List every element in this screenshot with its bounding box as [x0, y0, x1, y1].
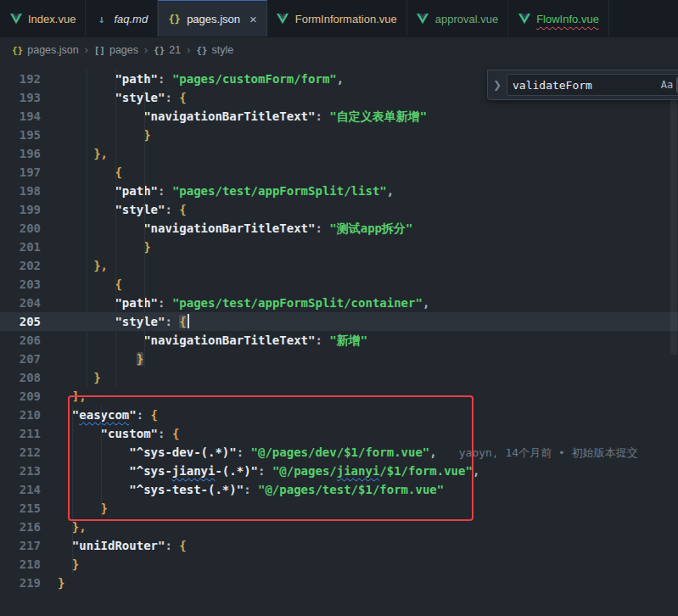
code-line-195[interactable]: 195 }	[0, 126, 678, 144]
symbol-icon: {}	[12, 45, 23, 56]
indent-guide	[72, 406, 73, 574]
tab-forminformation-vue[interactable]: FormInformation.vue	[267, 0, 407, 37]
breadcrumb-item-21[interactable]: {}21	[154, 44, 181, 56]
tab-approval-vue[interactable]: approval.vue	[407, 0, 508, 37]
find-input[interactable]	[511, 78, 658, 92]
tab-label: FlowInfo.vue	[536, 13, 599, 25]
line-content: "path": "pages/customForm/form",	[58, 70, 344, 88]
breadcrumb-label: pages.json	[27, 44, 78, 56]
code-line-196[interactable]: 196 },	[0, 144, 678, 163]
breadcrumb-separator: ›	[144, 44, 148, 56]
symbol-icon: []	[94, 45, 105, 56]
line-content: "navigationBarTitleText": "自定义表单新增"	[58, 107, 427, 126]
json-icon: {}	[168, 13, 181, 25]
tab-faq-md[interactable]: ↓faq.md	[86, 0, 158, 37]
code-line-201[interactable]: 201 }	[0, 238, 678, 256]
tab-pages-json[interactable]: {}pages.json×	[158, 0, 267, 37]
line-content: "^sys-jianyi-(.*)": "@/pages/jianyi/$1/f…	[58, 462, 479, 480]
tab-label: faq.md	[114, 13, 148, 25]
code-line-207[interactable]: 207 }	[0, 350, 678, 368]
line-number: 203	[0, 275, 41, 294]
line-number: 199	[0, 200, 41, 219]
indent-guide	[144, 88, 145, 368]
code-line-218[interactable]: 218 }	[0, 555, 678, 574]
editor-pane[interactable]: 192 "path": "pages/customForm/form",193 …	[0, 63, 678, 616]
line-number: 214	[0, 480, 41, 499]
line-number: 201	[0, 238, 41, 256]
code-line-197[interactable]: 197 {	[0, 163, 678, 182]
line-number: 207	[0, 350, 41, 368]
line-number: 210	[0, 406, 41, 424]
code-line-199[interactable]: 199 "style": {	[0, 200, 678, 219]
breadcrumb-label: pages	[109, 44, 138, 56]
line-number: 193	[0, 88, 41, 107]
line-content: }	[58, 238, 151, 256]
line-content: "custom": {	[58, 424, 179, 443]
code-line-200[interactable]: 200 "navigationBarTitleText": "测试app拆分"	[0, 219, 678, 238]
line-content: "^sys-test-(.*)": "@/pages/test/$1/form.…	[58, 480, 444, 499]
breadcrumb[interactable]: {}pages.json›[]pages›{}21›{}style	[0, 37, 678, 63]
line-number: 212	[0, 443, 41, 462]
line-number: 219	[0, 574, 41, 592]
breadcrumb-label: style	[211, 44, 233, 56]
tab-index-vue[interactable]: Index.vue	[0, 0, 86, 37]
line-number: 195	[0, 126, 41, 144]
toggle-replace-chevron-icon[interactable]: ❯	[493, 79, 501, 91]
line-content: }	[58, 368, 101, 387]
line-content: },	[58, 256, 108, 275]
line-number: 215	[0, 499, 41, 518]
line-number: 194	[0, 107, 41, 126]
line-content: "navigationBarTitleText": "测试app拆分"	[58, 219, 412, 238]
tab-label: FormInformation.vue	[295, 13, 397, 25]
line-content: "navigationBarTitleText": "新增"	[58, 331, 367, 350]
line-number: 205	[0, 312, 41, 331]
indent-guide	[101, 406, 102, 518]
breadcrumb-item-style[interactable]: {}style	[196, 44, 233, 56]
line-number: 208	[0, 368, 41, 387]
tab-label: approval.vue	[435, 13, 498, 25]
code-line-202[interactable]: 202 },	[0, 256, 678, 275]
line-number: 216	[0, 518, 41, 536]
line-content: "style": {	[58, 88, 187, 107]
scrollbar-thumb[interactable]	[670, 100, 677, 355]
line-number: 217	[0, 536, 41, 555]
line-content: ],	[58, 387, 87, 406]
vue-icon	[518, 13, 530, 25]
tab-flowinfo-vue[interactable]: FlowInfo.vue	[508, 0, 609, 37]
tab-label: pages.json	[187, 13, 240, 25]
code-line-203[interactable]: 203 {	[0, 275, 678, 294]
indent-guide	[87, 70, 87, 387]
code-line-216[interactable]: 216 },	[0, 518, 678, 536]
code-line-194[interactable]: 194 "navigationBarTitleText": "自定义表单新增"	[0, 107, 678, 126]
breadcrumb-item-pages-json[interactable]: {}pages.json	[12, 44, 79, 56]
line-number: 200	[0, 219, 41, 238]
line-content: "path": "pages/test/appFormSplit/list",	[58, 182, 394, 200]
scrollbar[interactable]	[670, 63, 678, 616]
line-number: 196	[0, 144, 41, 163]
code-line-205[interactable]: 205 "style": {	[0, 312, 678, 331]
line-content: "style": {	[58, 200, 187, 219]
code-line-209[interactable]: 209 ],	[0, 387, 678, 406]
line-content: {	[58, 275, 122, 294]
code-line-208[interactable]: 208 }	[0, 368, 678, 387]
line-number: 218	[0, 555, 41, 574]
breadcrumb-label: 21	[169, 44, 181, 56]
vue-icon	[417, 13, 429, 25]
line-content: }	[58, 574, 64, 592]
breadcrumb-item-pages[interactable]: []pages	[94, 44, 138, 56]
find-input-box: Aa ab .*	[507, 74, 678, 96]
line-content: }	[58, 126, 151, 144]
code-line-198[interactable]: 198 "path": "pages/test/appFormSplit/lis…	[0, 182, 678, 200]
line-number: 197	[0, 163, 41, 182]
find-widget: ❯ Aa ab .*	[487, 70, 678, 100]
vscode-window: Index.vue↓faq.md{}pages.json×FormInforma…	[0, 0, 678, 616]
code-line-219[interactable]: 219}	[0, 574, 678, 592]
line-number: 202	[0, 256, 41, 275]
breadcrumb-separator: ›	[85, 44, 88, 56]
code-line-206[interactable]: 206 "navigationBarTitleText": "新增"	[0, 331, 678, 350]
code-line-217[interactable]: 217 "uniIdRouter": {	[0, 536, 678, 555]
line-content: },	[58, 144, 108, 163]
line-number: 204	[0, 294, 41, 312]
close-tab-icon[interactable]: ×	[249, 13, 257, 25]
code-line-204[interactable]: 204 "path": "pages/test/appFormSplit/con…	[0, 294, 678, 312]
